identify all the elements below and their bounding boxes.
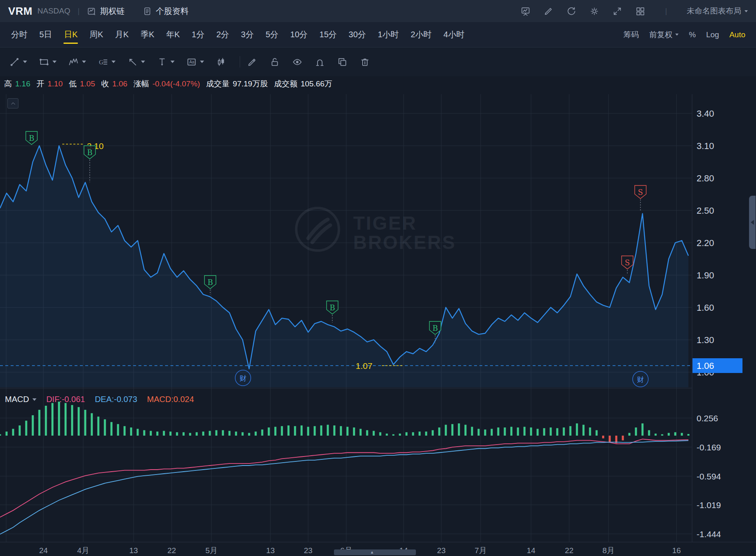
fullscreen-button[interactable] xyxy=(612,6,622,16)
ohlc-value: 1.10 xyxy=(48,79,63,88)
sell-marker[interactable]: S xyxy=(622,256,633,273)
macd-hist-value: MACD:0.024 xyxy=(147,395,194,404)
timeframe-tab-月K[interactable]: 月K xyxy=(115,23,129,46)
macd-histogram-bar xyxy=(373,431,375,436)
macd-indicator-selector[interactable]: MACD xyxy=(5,395,36,404)
svg-text:TIGER: TIGER xyxy=(353,212,417,234)
collapse-panel-button[interactable] xyxy=(7,98,18,108)
sell-marker[interactable]: S xyxy=(635,185,646,211)
buy-marker[interactable]: B xyxy=(84,146,95,182)
price-label-tool-button[interactable] xyxy=(157,57,175,68)
edit-button[interactable] xyxy=(543,6,554,16)
timeframe-tab-4小时[interactable]: 4小时 xyxy=(443,23,465,46)
ray-tool-button[interactable] xyxy=(127,57,145,68)
header-divider: | xyxy=(665,7,667,16)
horizontal-scrollbar-thumb[interactable]: ▲ xyxy=(334,549,416,555)
drawing-toolbar: GAa xyxy=(0,47,756,76)
macd-histogram-bar xyxy=(137,429,139,436)
x-axis-label: 13 xyxy=(129,546,138,555)
chart-option-筹码[interactable]: 筹码 xyxy=(623,29,639,40)
candles-tool-button[interactable] xyxy=(216,57,227,68)
right-panel-handle[interactable] xyxy=(749,196,756,249)
trash-tool-button[interactable] xyxy=(359,57,370,68)
timeframe-tab-15分[interactable]: 15分 xyxy=(319,23,337,46)
brush-tool-button[interactable] xyxy=(247,57,258,68)
macd-histogram-bar xyxy=(412,432,414,436)
refresh-button[interactable] xyxy=(566,6,577,16)
brush-icon xyxy=(247,57,258,68)
macd-histogram-bar xyxy=(353,427,355,436)
macd-histogram-bar xyxy=(71,405,73,436)
macd-dif-line xyxy=(0,439,688,517)
timeframe-tab-1分[interactable]: 1分 xyxy=(191,23,205,46)
ohlc-value: 97.19万股 xyxy=(233,79,268,89)
macd-histogram-bar xyxy=(288,425,290,436)
timeframe-tab-周K[interactable]: 周K xyxy=(89,23,103,46)
earnings-badge-label: 财 xyxy=(240,375,247,382)
edit-icon xyxy=(543,6,554,16)
rectangle-icon xyxy=(39,57,50,68)
magnet-tool-button[interactable] xyxy=(314,57,325,68)
timeframe-tab-5分[interactable]: 5分 xyxy=(265,23,279,46)
buy-marker[interactable]: B xyxy=(204,276,216,295)
chevron-left-icon xyxy=(751,220,754,225)
rectangle-tool-button[interactable] xyxy=(39,57,57,68)
macd-histogram-bar xyxy=(130,427,132,436)
timeframe-tab-2分[interactable]: 2分 xyxy=(216,23,229,46)
x-axis-label: 5月 xyxy=(205,546,218,555)
settings-gear-button[interactable] xyxy=(589,6,599,16)
chart-option-Auto[interactable]: Auto xyxy=(729,30,745,39)
layout-grid-button[interactable] xyxy=(635,6,645,16)
caret-down-icon xyxy=(170,61,175,63)
chart-option-Log[interactable]: Log xyxy=(706,30,719,39)
timeframe-tab-3分[interactable]: 3分 xyxy=(241,23,254,46)
timeframe-tab-30分[interactable]: 30分 xyxy=(348,23,366,46)
x-axis-label: 22 xyxy=(565,546,573,555)
macd-histogram-bar xyxy=(314,426,316,436)
header-nav-item-options-chain[interactable]: 期权链 xyxy=(87,6,125,17)
macd-axis-label: -1.019 xyxy=(697,500,721,510)
timeframe-tab-分时[interactable]: 分时 xyxy=(11,23,28,46)
timeframe-tab-5日[interactable]: 5日 xyxy=(39,23,52,46)
buy-marker[interactable]: B xyxy=(26,131,37,145)
macd-histogram-bar xyxy=(504,427,506,436)
timeframe-tab-年K[interactable]: 年K xyxy=(166,23,180,46)
macd-histogram-bar xyxy=(622,436,624,441)
text-tool-button[interactable]: Aa xyxy=(186,57,204,68)
header-nav-item-stock-profile[interactable]: 个股资料 xyxy=(143,6,188,17)
chart-panel-button[interactable] xyxy=(520,6,531,16)
caret-down-icon xyxy=(111,61,116,63)
macd-histogram-bar xyxy=(688,434,690,436)
macd-histogram-bar xyxy=(320,425,322,436)
macd-histogram-bar xyxy=(543,428,545,436)
buy-marker[interactable]: B xyxy=(327,301,338,323)
macd-axis-label: 0.256 xyxy=(697,414,718,423)
stock-profile-icon xyxy=(143,7,152,16)
macd-axis-label: -0.594 xyxy=(697,472,721,481)
gann-icon: G xyxy=(98,57,109,68)
wave-tool-button[interactable] xyxy=(68,57,86,68)
header-actions: |未命名图表布局 xyxy=(520,6,748,16)
timeframe-tab-2小时[interactable]: 2小时 xyxy=(410,23,432,46)
lock-open-tool-button[interactable] xyxy=(269,57,280,68)
timeframe-tab-10分[interactable]: 10分 xyxy=(290,23,308,46)
scroll-arrow-icon: ▲ xyxy=(370,550,374,554)
ohlc-label: 低 xyxy=(69,79,77,89)
x-axis-label: 22 xyxy=(167,546,176,555)
trend-line-tool-button[interactable] xyxy=(9,57,27,68)
macd-histogram-bar xyxy=(12,429,14,436)
chart-option-前复权[interactable]: 前复权 xyxy=(649,29,679,40)
layout-selector[interactable]: 未命名图表布局 xyxy=(687,6,748,16)
eye-tool-button[interactable] xyxy=(292,57,303,68)
timeframe-tab-日K[interactable]: 日K xyxy=(64,23,78,46)
macd-histogram-bar xyxy=(360,429,362,436)
chart-option-%[interactable]: % xyxy=(689,30,696,39)
gann-tool-button[interactable]: G xyxy=(98,57,116,68)
marker-letter: B xyxy=(207,278,213,287)
timeframe-bar: 分时5日日K周K月K季K年K1分2分3分5分10分15分30分1小时2小时4小时… xyxy=(0,22,756,47)
timeframe-tab-季K[interactable]: 季K xyxy=(140,23,154,46)
timeframe-tab-1小时[interactable]: 1小时 xyxy=(377,23,399,46)
copy-tool-button[interactable] xyxy=(337,57,348,68)
macd-histogram-bar xyxy=(209,431,211,436)
macd-histogram-bar xyxy=(176,432,178,436)
